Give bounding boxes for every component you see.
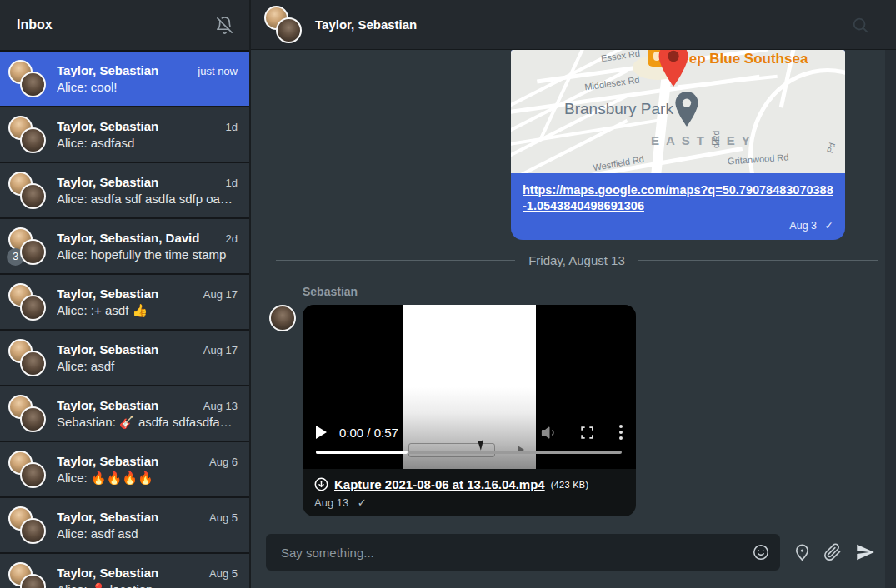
inbox-header: Inbox [0,0,249,52]
conversation-preview: Alice: :+ asdf 👍 [57,303,238,318]
avatar-sebastian [20,351,46,376]
avatar-sebastian [20,239,46,265]
conversation-list-item[interactable]: Taylor, Sebastian Aug 17 Alice: asdf [0,331,249,385]
conversation-name: Taylor, Sebastian [57,287,158,301]
share-location-icon[interactable] [793,543,812,562]
map-park-label: Bransbury Park [564,100,673,118]
avatar-group [8,506,47,545]
avatar-sebastian [20,295,46,321]
conversation-preview: Alice: asdfasd [57,136,238,150]
message-sender-name: Sebastian [303,285,358,298]
conversation-name: Taylor, Sebastian [57,566,158,580]
place-pin-icon [674,92,699,130]
conversation-time: Aug 5 [209,567,238,580]
conversation-preview: Alice: asdf [57,359,238,373]
video-time-display: 0:00 / 0:57 [339,426,398,440]
conversation-preview: Alice: 🔥🔥🔥🔥 [57,471,238,486]
date-divider-label: Friday, August 13 [528,253,625,267]
map-image[interactable]: Essex Rd Middlesex Rd Bransbury Park EAS… [511,50,845,173]
avatar-group [264,6,303,44]
message-input-field [266,534,780,571]
conversation-preview: Alice: asdf asd [57,526,238,541]
conversation-preview: Alice: asdfa sdf asdfa sdfp oaskd… [57,192,238,206]
divider-line [276,260,515,261]
inbox-sidebar: Inbox Taylor, Sebastian [0,0,251,588]
volume-icon[interactable] [541,424,558,441]
conversation-time: Aug 5 [209,511,238,524]
fullscreen-icon[interactable] [580,426,594,440]
conversation-list: Taylor, Sebastian just now Alice: cool! … [0,52,249,588]
message-composer [251,516,896,588]
chat-header: Taylor, Sebastian [251,0,896,50]
notifications-muted-icon[interactable] [215,16,234,35]
play-button[interactable] [316,426,327,439]
map-pin-icon [658,50,689,90]
date-divider: Friday, August 13 [276,253,878,267]
conversation-name: Taylor, Sebastian [57,510,158,524]
send-icon[interactable] [854,541,876,563]
conversation-list-item[interactable]: Taylor, Sebastian 1d Alice: asdfasd [0,107,249,162]
avatar-group [8,116,47,154]
inbox-title: Inbox [17,17,53,32]
conversation-list-item[interactable]: Taylor, Sebastian Aug 6 Alice: 🔥🔥🔥🔥 [0,442,249,496]
file-name: Kapture 2021-08-06 at 13.16.04.mp4 [334,477,545,491]
avatar-sebastian [276,17,302,43]
divider-line [638,260,878,261]
map-road-label: d Rd [712,131,721,148]
chat-panel: Taylor, Sebastian [251,0,896,588]
conversation-time: 1d [226,177,238,189]
conversation-name: Taylor, Sebastian, David [57,231,199,245]
conversation-list-item[interactable]: Taylor, Sebastian 1d Alice: asdfa sdf as… [0,163,249,217]
location-message-bubble: Essex Rd Middlesex Rd Bransbury Park EAS… [511,50,845,240]
avatar-sebastian [20,462,46,488]
map-district-label: EASTNEY [651,133,757,147]
conversation-time: Aug 13 [203,400,238,412]
avatar-sebastian [20,72,46,97]
emoji-icon[interactable] [752,543,770,561]
conversation-list-item[interactable]: Taylor, Sebastian Aug 17 Alice: :+ asdf … [0,275,249,329]
conversation-time: Aug 17 [203,344,238,356]
conversation-time: Aug 17 [203,288,238,301]
conversation-list-item[interactable]: Taylor, Sebastian Aug 5 Alice: asdf asd [0,498,249,552]
avatar-sebastian [20,518,46,544]
message-input[interactable] [279,545,752,561]
message-timestamp: Aug 13 [314,496,348,509]
video-menu-icon[interactable] [619,431,623,434]
conversation-list-item[interactable]: Taylor, Sebastian Aug 13 Sebastian: 🎸 as… [0,386,249,441]
conversation-list-item[interactable]: Taylor, Sebastian Aug 5 Alice: 📍 locatio… [0,554,249,588]
conversation-list-item[interactable]: Taylor, Sebastian just now Alice: cool! [0,52,249,106]
search-icon[interactable] [851,16,869,34]
map-poi-label: Deep Blue Southsea [671,51,808,67]
avatar-group [8,562,47,588]
attachment-icon[interactable] [823,543,842,561]
video-progress-fill [316,451,408,454]
conversation-name: Taylor, Sebastian [57,398,158,412]
message-timestamp: Aug 3 [789,220,817,232]
video-player[interactable]: 0:00 / 0:57 [303,305,636,469]
delivered-check-icon: ✓ [825,220,833,232]
video-progress-bar[interactable] [316,451,622,454]
file-size: (423 KB) [551,480,589,490]
conversation-preview: Alice: 📍 location [57,582,238,588]
message-history: Essex Rd Middlesex Rd Bransbury Park EAS… [251,50,896,516]
conversation-time: just now [198,65,238,77]
delivered-check-icon: ✓ [358,496,367,509]
chat-scrollbar[interactable] [885,50,896,588]
avatar-group [8,172,47,210]
video-controls: 0:00 / 0:57 [303,421,636,443]
avatar-group: 3 [8,227,47,266]
conversation-preview: Sebastian: 🎸 asdfa sdfasdfasdf … [57,415,238,430]
avatar-group [8,283,47,321]
conversation-list-item[interactable]: 3 Taylor, Sebastian, David 2d Alice: hop… [0,219,249,273]
avatar-sebastian [20,183,46,209]
avatar-sebastian [20,406,46,432]
conversation-name: Taylor, Sebastian [57,342,158,356]
conversation-name: Taylor, Sebastian [57,454,158,468]
map-link[interactable]: https://maps.google.com/maps?q=50.790784… [523,182,833,214]
conversation-time: 1d [226,121,238,133]
file-download-link[interactable]: Kapture 2021-08-06 at 13.16.04.mp4 (423 … [314,477,624,491]
avatar-group [8,60,47,98]
message-meta: Aug 3 ✓ [523,219,833,232]
conversation-preview: Alice: hopefully the time stamp [57,247,238,262]
download-icon [314,477,328,491]
